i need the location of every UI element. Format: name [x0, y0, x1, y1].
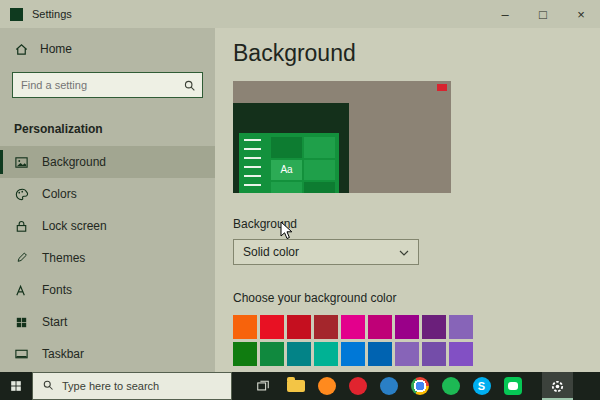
start-menu-preview-list: [239, 133, 267, 193]
sidebar-item-colors[interactable]: Colors: [0, 178, 215, 210]
color-swatch[interactable]: [287, 315, 311, 339]
file-explorer-icon: [287, 380, 305, 392]
settings-window: Settings – □ × Home Personalization Back…: [0, 0, 600, 400]
page-title: Background: [233, 40, 600, 67]
opera-icon: [349, 377, 367, 395]
line-icon: [504, 377, 522, 395]
sidebar-item-lock-screen[interactable]: Lock screen: [0, 210, 215, 242]
home-label: Home: [40, 42, 72, 56]
sidebar-item-background[interactable]: Background: [0, 146, 215, 178]
start-menu-preview-tile: [304, 182, 335, 193]
window-controls: – □ ×: [486, 0, 600, 28]
start-icon: [14, 315, 30, 330]
maximize-button[interactable]: □: [524, 0, 562, 28]
background-settings-panel: Background Aa Background Solid color Cho…: [215, 28, 600, 372]
chevron-down-icon: [399, 245, 409, 259]
choose-color-label: Choose your background color: [233, 291, 600, 305]
sidebar-item-label: Background: [42, 155, 106, 169]
start-menu-preview-line: [244, 157, 261, 159]
spotify-icon: [442, 377, 460, 395]
background-preview: Aa: [233, 81, 451, 193]
color-swatch[interactable]: [260, 342, 284, 366]
sidebar-search: [12, 72, 203, 98]
settings-icon[interactable]: [542, 372, 573, 400]
sidebar-item-label: Colors: [42, 187, 77, 201]
color-swatch[interactable]: [233, 342, 257, 366]
start-menu-preview-line: [244, 139, 261, 141]
color-swatch[interactable]: [260, 315, 284, 339]
start-menu-preview-tile: [304, 137, 335, 158]
start-menu-preview-line: [244, 148, 261, 150]
start-menu-preview-tiles: Aa: [267, 133, 339, 193]
fonts-icon: [14, 283, 30, 298]
sidebar-item-taskbar[interactable]: Taskbar: [0, 338, 215, 370]
preview-close-accent: [437, 84, 447, 91]
opera-icon[interactable]: [342, 372, 373, 400]
chrome-icon: [411, 377, 429, 395]
firefox-icon: [318, 377, 336, 395]
taskbar: Type here to search S: [0, 372, 600, 400]
color-swatch-grid: [233, 315, 473, 366]
edge-icon: [380, 377, 398, 395]
color-swatch[interactable]: [368, 342, 392, 366]
close-button[interactable]: ×: [562, 0, 600, 28]
start-menu-preview-tile: [304, 160, 335, 181]
sidebar-nav: BackgroundColorsLock screenThemesFontsSt…: [0, 146, 215, 370]
start-menu-preview-line: [244, 184, 261, 186]
sidebar-item-label: Start: [42, 315, 67, 329]
sidebar-item-home[interactable]: Home: [0, 34, 215, 64]
titlebar: Settings – □ ×: [0, 0, 600, 28]
start-button[interactable]: [0, 372, 32, 400]
start-menu-preview-sample-tile: Aa: [271, 160, 302, 181]
color-swatch[interactable]: [341, 315, 365, 339]
color-swatch[interactable]: [422, 315, 446, 339]
color-swatch[interactable]: [395, 315, 419, 339]
taskbar-search-box[interactable]: Type here to search: [32, 372, 232, 400]
file-explorer-icon[interactable]: [280, 372, 311, 400]
color-swatch[interactable]: [449, 315, 473, 339]
color-swatch[interactable]: [422, 342, 446, 366]
background-type-value: Solid color: [243, 245, 299, 259]
lock-icon: [14, 219, 30, 234]
home-icon: [14, 42, 29, 57]
background-type-dropdown[interactable]: Solid color: [233, 239, 419, 265]
sidebar-item-start[interactable]: Start: [0, 306, 215, 338]
minimize-button[interactable]: –: [486, 0, 524, 28]
spotify-icon[interactable]: [435, 372, 466, 400]
sidebar-item-fonts[interactable]: Fonts: [0, 274, 215, 306]
color-swatch[interactable]: [449, 342, 473, 366]
window-title: Settings: [32, 8, 72, 20]
color-swatch[interactable]: [368, 315, 392, 339]
sidebar-item-themes[interactable]: Themes: [0, 242, 215, 274]
start-menu-preview-line: [244, 175, 261, 177]
search-icon: [42, 379, 54, 393]
taskbar-icon: [14, 347, 30, 362]
color-swatch[interactable]: [395, 342, 419, 366]
sidebar-section-header: Personalization: [14, 122, 215, 136]
color-swatch[interactable]: [314, 315, 338, 339]
edge-icon[interactable]: [373, 372, 404, 400]
color-swatch[interactable]: [233, 315, 257, 339]
mouse-cursor: [280, 221, 293, 240]
skype-icon[interactable]: S: [466, 372, 497, 400]
start-menu-preview-tile: [271, 137, 302, 158]
line-icon[interactable]: [497, 372, 528, 400]
sidebar-item-label: Lock screen: [42, 219, 107, 233]
color-swatch[interactable]: [287, 342, 311, 366]
color-swatch[interactable]: [341, 342, 365, 366]
skype-icon: S: [473, 377, 491, 395]
sidebar-item-label: Themes: [42, 251, 85, 265]
task-view-icon[interactable]: [246, 372, 280, 400]
find-setting-input[interactable]: [12, 72, 203, 98]
chrome-icon[interactable]: [404, 372, 435, 400]
color-swatch[interactable]: [314, 342, 338, 366]
palette-icon: [14, 187, 30, 202]
image-icon: [14, 155, 30, 170]
brush-icon: [14, 251, 30, 266]
taskbar-app-icons: S: [280, 372, 573, 400]
firefox-icon[interactable]: [311, 372, 342, 400]
sidebar-item-label: Taskbar: [42, 347, 84, 361]
search-icon: [183, 78, 196, 96]
start-menu-preview: Aa: [239, 133, 339, 193]
start-menu-preview-tile: [271, 182, 302, 193]
